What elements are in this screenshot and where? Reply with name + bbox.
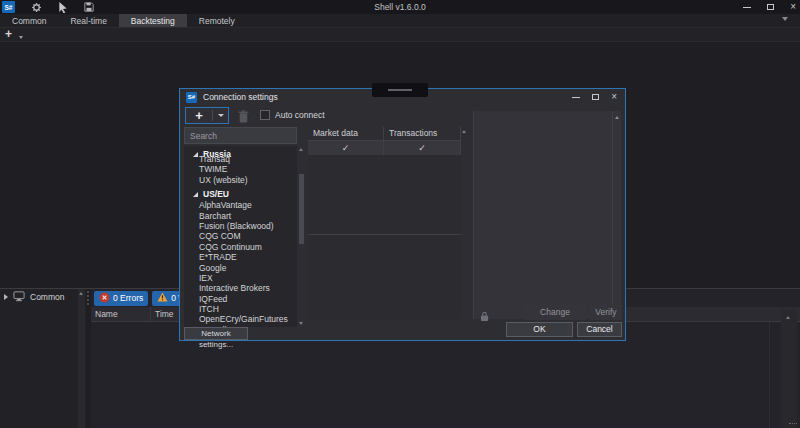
delete-connection-icon[interactable]	[238, 109, 249, 127]
dialog-title: Connection settings	[203, 92, 278, 102]
list-item[interactable]: AlphaVantage	[184, 200, 297, 210]
grid-column-header[interactable]: Transactions	[384, 127, 461, 140]
add-strategy-dropdown-icon[interactable]	[19, 36, 23, 39]
errors-filter-button[interactable]: 0 Errors	[94, 291, 148, 306]
search-input[interactable]	[184, 127, 297, 144]
grid-column-header[interactable]: Market data	[308, 127, 384, 140]
group-expander-icon	[193, 152, 198, 157]
expander-icon[interactable]	[4, 294, 8, 300]
network-settings-button[interactable]: Network settings...	[184, 327, 248, 340]
grid-scrollbar[interactable]	[461, 127, 468, 319]
properties-panel	[473, 111, 621, 319]
list-item[interactable]: ITCH	[184, 304, 297, 314]
add-connection-split-button[interactable]: +	[185, 107, 229, 124]
tab-bar: CommonReal-timeBacktestingRemotely	[0, 14, 800, 28]
verify-button[interactable]: Verify	[590, 305, 622, 320]
list-item[interactable]: Barchart	[184, 211, 297, 221]
connector-group-header[interactable]: US/EU	[184, 188, 297, 200]
add-strategy-button[interactable]: +	[5, 28, 12, 41]
resize-grip-icon[interactable]	[789, 423, 797, 424]
dialog-maximize-icon[interactable]	[592, 94, 599, 100]
checkmark-icon[interactable]: ✓	[308, 141, 384, 155]
list-item[interactable]: CQG Continuum	[184, 242, 297, 252]
list-item[interactable]: Fusion (Blackwood)	[184, 221, 297, 231]
grid-splitter[interactable]	[308, 234, 461, 235]
list-item[interactable]: Transaq	[184, 154, 297, 164]
lock-icon	[480, 308, 489, 326]
window-titlebar: S# Shell v1.6.0.0 ×	[0, 0, 800, 14]
dialog-close-icon[interactable]: ×	[611, 92, 617, 102]
chevron-down-icon	[218, 114, 224, 117]
monitor-icon	[13, 288, 25, 306]
toolbar-grip[interactable]	[87, 291, 90, 305]
properties-scroll-up-icon[interactable]	[615, 116, 619, 119]
dock-handle[interactable]	[372, 83, 428, 97]
dialog-logo-icon: S#	[186, 92, 197, 103]
list-item[interactable]: Interactive Brokers	[184, 283, 297, 293]
log-scrollbar[interactable]	[781, 310, 797, 428]
connections-grid: Market dataTransactions ✓✓	[308, 127, 461, 319]
maximize-icon[interactable]	[767, 4, 774, 10]
list-item[interactable]: OpenECry/GainFutures	[184, 314, 297, 324]
tab-overflow-chevron-icon[interactable]	[782, 17, 788, 21]
tab-backtesting[interactable]: Backtesting	[119, 14, 187, 27]
checkmark-icon[interactable]: ✓	[384, 141, 461, 155]
list-item[interactable]: Google	[184, 263, 297, 273]
plus-icon: +	[186, 109, 212, 123]
tree-item-common[interactable]: Common	[0, 289, 86, 305]
list-item[interactable]: CQG COM	[184, 231, 297, 241]
dialog-minimize-icon[interactable]	[572, 97, 580, 98]
close-icon[interactable]: ×	[790, 2, 796, 12]
app-title: Shell v1.6.0.0	[0, 2, 800, 12]
tab-common[interactable]: Common	[0, 14, 58, 27]
tree-item-label: Common	[30, 292, 64, 302]
grid-row[interactable]: ✓✓	[308, 141, 461, 155]
log-column-line	[769, 322, 770, 428]
list-item[interactable]: IEX	[184, 273, 297, 283]
connector-list-scrollbar[interactable]	[298, 146, 305, 327]
list-item[interactable]: UX (website)	[184, 175, 297, 185]
tab-real-time[interactable]: Real-time	[58, 14, 118, 27]
list-item[interactable]: E*TRADE	[184, 252, 297, 262]
list-item[interactable]: TWIME	[184, 164, 297, 174]
ok-button[interactable]: OK	[506, 322, 573, 337]
log-column-name[interactable]: Name	[91, 307, 151, 321]
auto-connect-checkbox[interactable]	[260, 110, 270, 120]
connector-list: RussiaTransaqTWIMEUX (website)US/EUAlpha…	[184, 146, 297, 327]
scrollbar-thumb[interactable]	[299, 174, 304, 244]
errors-badge-label: 0 Errors	[113, 293, 143, 303]
minimize-icon[interactable]	[743, 7, 751, 8]
group-expander-icon	[193, 192, 198, 197]
log-sources-tree: Common	[0, 289, 86, 428]
auto-connect-label: Auto connect	[275, 110, 325, 120]
list-item[interactable]: IQFeed	[184, 294, 297, 304]
tab-remotely[interactable]: Remotely	[187, 14, 247, 27]
warning-icon	[157, 292, 168, 304]
error-icon	[99, 292, 110, 305]
connector-panel: RussiaTransaqTWIMEUX (website)US/EUAlpha…	[184, 127, 305, 327]
strategies-toolbar: +	[0, 28, 800, 42]
change-password-button[interactable]: Change password	[524, 305, 586, 320]
cancel-button[interactable]: Cancel	[577, 322, 622, 337]
connection-settings-dialog: S# Connection settings × + Auto connect …	[179, 88, 626, 341]
tree-scrollbar[interactable]	[78, 289, 85, 428]
grid-header: Market dataTransactions	[308, 127, 461, 141]
